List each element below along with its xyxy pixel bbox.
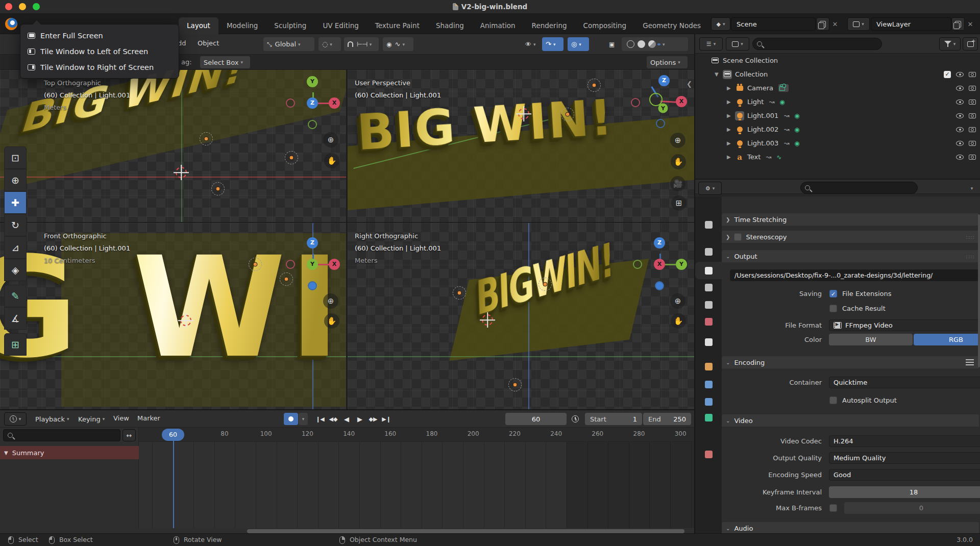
outliner-row[interactable]: ▶ Light ↝ ◉ xyxy=(695,95,980,109)
playback-menu[interactable]: Playback▾ xyxy=(32,412,73,426)
3d-viewport[interactable]: BIG WIN! Top Orthographic (60) Collectio… xyxy=(0,70,694,409)
properties-scrollbar[interactable] xyxy=(978,214,980,367)
marker-menu[interactable]: Marker xyxy=(137,414,160,422)
viewport-horizontal-split[interactable] xyxy=(0,222,694,223)
transform-orientation-dropdown[interactable]: ⤡Global▾ xyxy=(263,37,314,51)
workspace-tab[interactable]: Animation xyxy=(472,17,524,34)
timeline-editor-type-dropdown[interactable]: ▾ xyxy=(4,412,27,426)
light-widget[interactable] xyxy=(280,272,293,286)
disable-in-render-toggle[interactable] xyxy=(969,113,976,118)
play-button[interactable]: ▶ xyxy=(353,413,366,426)
outliner-filter-button[interactable]: ▾ xyxy=(939,37,961,51)
options-dropdown[interactable]: Options▾ xyxy=(647,56,688,68)
view-layer-name-field[interactable]: ViewLayer xyxy=(871,17,951,31)
disable-in-render-toggle[interactable] xyxy=(969,155,976,160)
workspace-tab[interactable]: Modeling xyxy=(218,17,266,34)
outliner-row[interactable]: ▶ Light.002 ↝ ◉ xyxy=(695,122,980,136)
video-codec-dropdown[interactable]: H.264▾ xyxy=(829,435,980,447)
constraints-tab[interactable] xyxy=(695,393,722,410)
workspace-tab[interactable]: Rendering xyxy=(524,17,575,34)
light-widget[interactable] xyxy=(200,132,213,145)
disable-in-render-toggle[interactable] xyxy=(969,72,976,77)
pan-hand-icon[interactable]: ✋ xyxy=(324,153,339,168)
hide-in-viewport-toggle[interactable] xyxy=(956,86,964,91)
viewport-front-quad[interactable]: G WI Front Orthographic (60) Collection … xyxy=(0,223,346,409)
file-format-dropdown[interactable]: FFmpeg Video▾ xyxy=(829,319,980,331)
timeline-search-input[interactable] xyxy=(3,429,120,441)
timeline-ruler[interactable]: 80 100 120 140 160 180 200 220 240 260 2… xyxy=(139,428,694,442)
frame-start-field[interactable]: Start1 xyxy=(585,413,642,425)
light-widget[interactable] xyxy=(538,278,552,291)
panel-stereoscopy[interactable]: ❯ Stereoscopy :::: xyxy=(722,231,979,243)
object-tab[interactable] xyxy=(695,358,722,375)
frame-end-field[interactable]: End250 xyxy=(643,413,691,425)
stereoscopy-checkbox[interactable] xyxy=(734,233,742,241)
object-type-visibility-dropdown[interactable]: 👁▾ xyxy=(522,37,540,51)
view-layer-copy-button[interactable] xyxy=(951,17,965,31)
new-collection-button[interactable]: + xyxy=(963,37,978,51)
panel-video[interactable]: ⌄Video xyxy=(722,414,979,427)
color-bw-button[interactable]: BW xyxy=(829,334,913,345)
zoom-icon[interactable]: ⊕ xyxy=(670,293,685,309)
encoding-speed-dropdown[interactable]: Good▾ xyxy=(829,469,980,481)
shading-wireframe-button[interactable] xyxy=(627,40,634,48)
viewport-vertical-split[interactable] xyxy=(346,70,348,409)
presets-menu-icon[interactable] xyxy=(966,359,974,365)
workspace-tab[interactable]: Sculpting xyxy=(266,17,314,34)
autosplit-output-checkbox[interactable] xyxy=(829,396,837,404)
add-cube-tool[interactable]: ⊞ xyxy=(4,333,27,356)
light-widget[interactable] xyxy=(587,79,601,92)
workspace-tab[interactable]: Compositing xyxy=(575,17,635,34)
current-frame-badge[interactable]: 60 xyxy=(162,429,184,441)
summary-channel[interactable]: ▼Summary xyxy=(0,446,139,459)
panel-time-stretching[interactable]: ❯Time Stretching xyxy=(722,213,979,226)
disable-in-render-toggle[interactable] xyxy=(969,127,976,132)
blender-logo-icon[interactable] xyxy=(5,18,17,30)
scale-tool[interactable]: ⊿ xyxy=(4,236,27,259)
disable-in-render-toggle[interactable] xyxy=(969,100,976,105)
scene-name-field[interactable]: Scene xyxy=(731,17,816,31)
hide-in-viewport-toggle[interactable] xyxy=(956,141,964,146)
scene-copy-button[interactable] xyxy=(816,17,829,31)
workspace-tab[interactable]: Layout xyxy=(179,17,218,34)
auto-keying-dropdown[interactable]: ▾ xyxy=(299,413,308,425)
timeline-horizontal-scrollbar[interactable] xyxy=(247,529,684,533)
outliner-row[interactable]: ▶ Camera xyxy=(695,81,980,95)
outliner-display-mode-dropdown[interactable]: ☰▾ xyxy=(699,37,723,51)
workspace-tab[interactable]: Shading xyxy=(428,17,472,34)
render-tab[interactable] xyxy=(695,243,722,260)
keyframe-interval-slider[interactable]: 18 xyxy=(829,486,980,498)
snapping-toggle[interactable]: ⊢⊣▾ xyxy=(344,37,379,51)
light-widget[interactable] xyxy=(453,286,466,300)
cursor-tool[interactable]: ⊕ xyxy=(4,169,27,191)
zoom-icon[interactable]: ⊕ xyxy=(323,293,338,309)
scene-tab[interactable] xyxy=(695,296,722,313)
annotate-tool[interactable]: ✎ xyxy=(4,285,27,307)
toggle-xray-button[interactable]: ▣ xyxy=(605,37,621,51)
view-layer-browse-button[interactable]: ▾ xyxy=(847,17,870,31)
expand-channels-button[interactable]: ↔ xyxy=(122,429,136,441)
pan-hand-icon[interactable]: ✋ xyxy=(671,154,686,169)
properties-search-input[interactable] xyxy=(800,182,918,194)
expand-icon[interactable]: ▶ xyxy=(727,154,735,160)
cache-result-checkbox[interactable] xyxy=(829,305,837,312)
shading-material-button[interactable] xyxy=(648,40,656,48)
expand-icon[interactable]: ▶ xyxy=(727,99,735,105)
max-bframes-slider[interactable]: 0 xyxy=(844,502,980,514)
shading-solid-button[interactable] xyxy=(638,40,645,48)
outliner-row[interactable]: ▶ a Text ↝ ∿ xyxy=(695,150,980,164)
collapse-sidebar-arrow-icon[interactable]: ❮ xyxy=(687,80,692,88)
zoom-icon[interactable]: ⊕ xyxy=(323,132,338,147)
workspace-tab[interactable]: UV Editing xyxy=(314,17,366,34)
scene-browse-button[interactable]: ◆▾ xyxy=(711,17,730,31)
color-rgb-button[interactable]: RGB xyxy=(914,334,980,345)
viewport-user-quad[interactable]: BIG WIN! User Perspective (60) Collectio… xyxy=(348,70,694,222)
outliner-row[interactable]: Scene Collection xyxy=(695,54,980,67)
workspace-tab[interactable]: Texture Paint xyxy=(367,17,428,34)
measure-tool[interactable]: ∡ xyxy=(4,307,27,330)
tile-window-left[interactable]: Tile Window to Left of Screen xyxy=(20,43,179,59)
pan-hand-icon[interactable]: ✋ xyxy=(671,313,686,329)
grid-ortho-icon[interactable]: ⊞ xyxy=(671,195,687,211)
expand-icon[interactable]: ▶ xyxy=(727,113,735,118)
hide-in-viewport-toggle[interactable] xyxy=(956,100,964,105)
